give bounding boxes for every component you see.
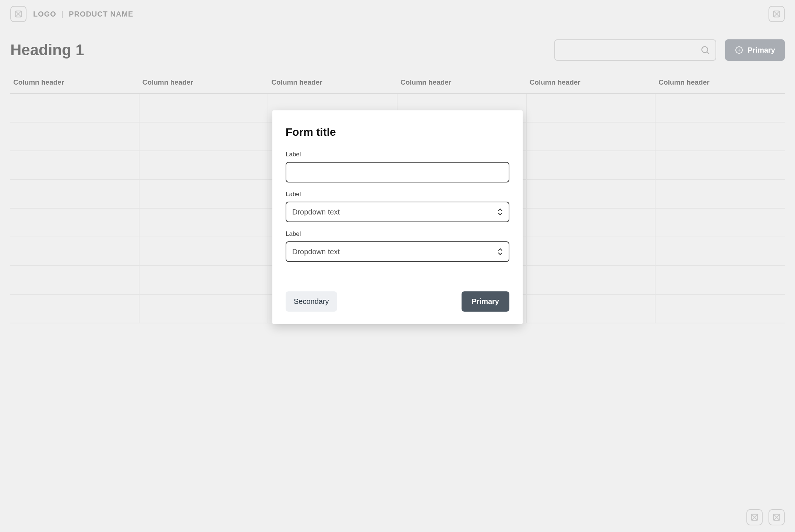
header-primary-button[interactable]: Primary bbox=[725, 39, 785, 61]
footer-icon-1[interactable] bbox=[746, 509, 763, 525]
table-cell bbox=[139, 180, 269, 208]
chevron-up-down-icon bbox=[498, 208, 503, 216]
column-header: Column header bbox=[268, 74, 398, 93]
modal-primary-button[interactable]: Primary bbox=[462, 291, 510, 312]
brand: LOGO | PRODUCT NAME bbox=[33, 10, 133, 18]
table-cell bbox=[527, 295, 656, 323]
table-cell bbox=[656, 123, 785, 150]
header-primary-button-label: Primary bbox=[748, 46, 775, 54]
text-input-0[interactable] bbox=[286, 162, 509, 182]
table-cell bbox=[10, 237, 139, 265]
table-cell bbox=[527, 209, 656, 237]
table-cell bbox=[10, 123, 139, 150]
table-cell bbox=[10, 295, 139, 323]
modal-secondary-button[interactable]: Secondary bbox=[286, 291, 337, 312]
field-label-1: Label bbox=[286, 191, 509, 198]
table-cell bbox=[10, 151, 139, 179]
table-cell bbox=[10, 94, 139, 122]
table-header-row: Column headerColumn headerColumn headerC… bbox=[10, 74, 785, 93]
column-header: Column header bbox=[139, 74, 269, 93]
column-header: Column header bbox=[398, 74, 527, 93]
table-cell bbox=[656, 237, 785, 265]
table-cell bbox=[139, 123, 269, 150]
product-name: PRODUCT NAME bbox=[69, 10, 133, 18]
table-cell bbox=[139, 237, 269, 265]
column-header: Column header bbox=[656, 74, 785, 93]
logo-text: LOGO bbox=[33, 10, 56, 18]
plus-circle-icon bbox=[735, 46, 743, 54]
table-cell bbox=[139, 295, 269, 323]
select-value-1: Dropdown text bbox=[292, 208, 340, 216]
svg-point-6 bbox=[702, 47, 707, 53]
table-cell bbox=[527, 123, 656, 150]
select-input-1[interactable]: Dropdown text bbox=[286, 202, 509, 222]
table-cell bbox=[527, 237, 656, 265]
search-field-wrap[interactable] bbox=[554, 39, 716, 61]
select-input-2[interactable]: Dropdown text bbox=[286, 241, 509, 262]
table-cell bbox=[527, 151, 656, 179]
table-cell bbox=[656, 151, 785, 179]
table-cell bbox=[139, 209, 269, 237]
logo-icon[interactable] bbox=[10, 6, 26, 22]
header-right-icon[interactable] bbox=[768, 6, 785, 22]
table-cell bbox=[10, 266, 139, 294]
table-cell bbox=[10, 209, 139, 237]
field-label-2: Label bbox=[286, 230, 509, 238]
table-cell bbox=[527, 266, 656, 294]
brand-separator: | bbox=[61, 10, 64, 18]
page-title: Heading 1 bbox=[10, 41, 84, 59]
table-cell bbox=[139, 94, 269, 122]
table-cell bbox=[139, 151, 269, 179]
table-cell bbox=[139, 266, 269, 294]
table-cell bbox=[656, 180, 785, 208]
search-icon bbox=[700, 45, 710, 55]
search-input[interactable] bbox=[560, 46, 700, 54]
column-header: Column header bbox=[527, 74, 656, 93]
table-cell bbox=[656, 94, 785, 122]
footer-icon-2[interactable] bbox=[768, 509, 785, 525]
table-cell bbox=[656, 266, 785, 294]
top-bar: LOGO | PRODUCT NAME bbox=[0, 0, 795, 28]
table-cell bbox=[527, 94, 656, 122]
field-label-0: Label bbox=[286, 151, 509, 158]
table-cell bbox=[527, 180, 656, 208]
modal-title: Form title bbox=[286, 126, 509, 138]
chevron-up-down-icon bbox=[498, 248, 503, 255]
select-value-2: Dropdown text bbox=[292, 248, 340, 256]
modal-dialog: Form title Label Label Dropdown text Lab… bbox=[272, 110, 523, 324]
table-cell bbox=[656, 295, 785, 323]
table-cell bbox=[656, 209, 785, 237]
column-header: Column header bbox=[10, 74, 139, 93]
table-cell bbox=[10, 180, 139, 208]
svg-line-7 bbox=[707, 52, 709, 54]
